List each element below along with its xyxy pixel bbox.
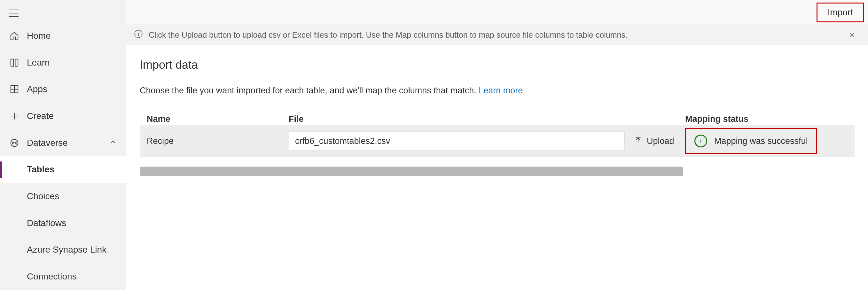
sidebar-item-learn[interactable]: Learn: [0, 49, 126, 76]
upload-icon: [634, 136, 642, 147]
cell-name: Recipe: [147, 136, 289, 146]
success-info-icon: i: [694, 135, 707, 148]
sidebar-item-label: Apps: [27, 84, 47, 94]
sidebar-item-label: Learn: [27, 58, 50, 68]
cell-file: [289, 131, 624, 151]
book-icon: [9, 58, 20, 67]
page-subtitle: Choose the file you want imported for ea…: [140, 86, 855, 96]
sidebar-sub-label: Tables: [27, 164, 55, 174]
sidebar-sub-tables[interactable]: Tables: [0, 156, 126, 183]
info-icon: [134, 29, 143, 40]
sidebar: Home Learn Apps Create Dataverse Tables …: [0, 0, 126, 290]
upload-label: Upload: [647, 136, 674, 146]
cell-mapping: i Mapping was successful: [685, 128, 847, 154]
upload-button[interactable]: Upload: [624, 136, 685, 147]
content: Import data Choose the file you want imp…: [126, 45, 868, 290]
sidebar-item-home[interactable]: Home: [0, 22, 126, 49]
mapping-status: i Mapping was successful: [685, 128, 817, 154]
info-close-button[interactable]: [846, 28, 859, 41]
hamburger-icon: [9, 9, 19, 17]
sidebar-item-label: Home: [27, 31, 51, 41]
dataverse-icon: [9, 138, 20, 148]
sidebar-sub-label: Choices: [27, 191, 59, 201]
import-button[interactable]: Import: [816, 3, 864, 22]
sidebar-sub-azure-synapse-link[interactable]: Azure Synapse Link: [0, 236, 126, 263]
sidebar-sub-choices[interactable]: Choices: [0, 183, 126, 210]
plus-icon: [9, 111, 20, 121]
sidebar-sub-label: Azure Synapse Link: [27, 245, 106, 255]
sidebar-sub-label: Connections: [27, 271, 77, 282]
column-header-mapping: Mapping status: [685, 114, 847, 125]
column-header-file: File: [289, 114, 685, 125]
topbar: Import: [126, 0, 868, 24]
page-title: Import data: [140, 58, 855, 72]
close-icon: [848, 31, 856, 38]
sidebar-item-apps[interactable]: Apps: [0, 76, 126, 103]
sidebar-sub-connections[interactable]: Connections: [0, 263, 126, 290]
sidebar-item-label: Dataverse: [27, 138, 68, 148]
column-header-name: Name: [147, 114, 289, 125]
page-subtitle-text: Choose the file you want imported for ea…: [140, 86, 478, 95]
sidebar-item-dataverse[interactable]: Dataverse: [0, 129, 126, 156]
table-row: Recipe Upload i Mapping was successful: [140, 125, 855, 157]
home-icon: [9, 31, 20, 41]
sidebar-sub-label: Dataflows: [27, 218, 66, 228]
sidebar-item-create[interactable]: Create: [0, 103, 126, 129]
learn-more-link[interactable]: Learn more: [478, 86, 523, 95]
hamburger-menu[interactable]: [0, 6, 126, 22]
table-header-row: Name File Mapping status: [140, 114, 855, 125]
info-message: Click the Upload button to upload csv or…: [149, 30, 840, 40]
file-input[interactable]: [289, 131, 624, 151]
info-bar: Click the Upload button to upload csv or…: [126, 24, 868, 45]
chevron-up-icon: [109, 138, 117, 148]
sidebar-sub-dataflows[interactable]: Dataflows: [0, 210, 126, 236]
apps-icon: [9, 85, 20, 94]
sidebar-item-label: Create: [27, 111, 54, 121]
horizontal-scrollbar[interactable]: [140, 167, 683, 176]
mapping-status-text: Mapping was successful: [714, 136, 808, 146]
main: Import Click the Upload button to upload…: [126, 0, 868, 290]
